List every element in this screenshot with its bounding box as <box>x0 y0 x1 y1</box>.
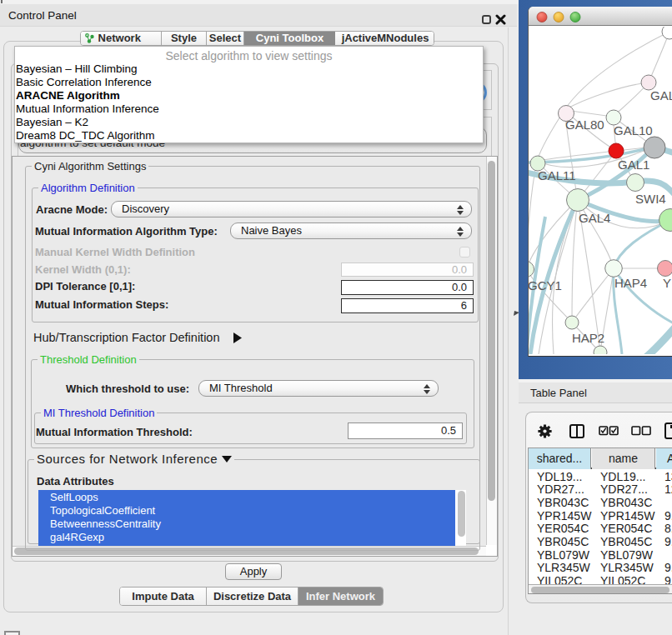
svg-text:GAL10: GAL10 <box>614 123 653 138</box>
svg-text:GAL: GAL <box>650 88 672 102</box>
svg-text:GAL80: GAL80 <box>565 118 604 132</box>
svg-text:HAP4: HAP4 <box>614 276 647 290</box>
svg-text:GAL4: GAL4 <box>579 211 610 225</box>
svg-text:Y: Y <box>663 276 671 290</box>
svg-text:GAL1: GAL1 <box>618 158 649 172</box>
svg-text:GCY1: GCY1 <box>529 278 562 292</box>
svg-text:SWI4: SWI4 <box>635 192 666 206</box>
svg-text:HAP2: HAP2 <box>572 331 604 345</box>
svg-text:GAL11: GAL11 <box>538 168 576 182</box>
